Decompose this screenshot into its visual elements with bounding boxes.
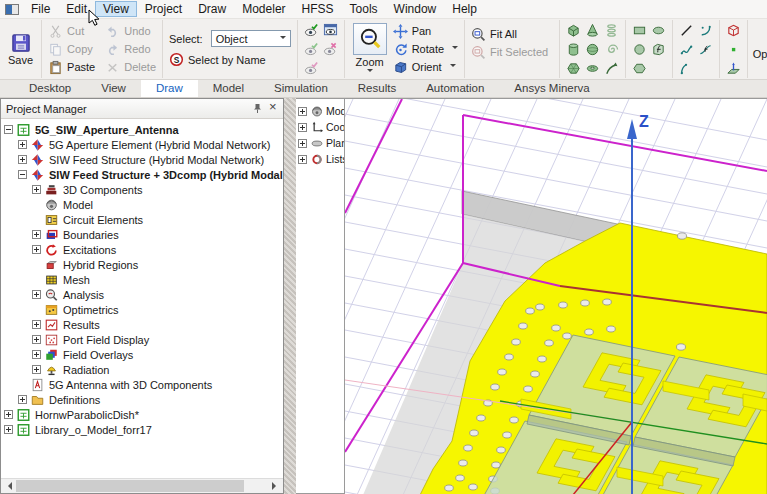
draw-3d-button[interactable] [603,40,621,58]
project-tree-item[interactable]: Circuit Elements [1,212,283,227]
3d-viewport[interactable]: Z [345,98,767,494]
project-tree-item[interactable]: Definitions [1,392,283,407]
draw-3d-button[interactable] [584,40,602,58]
scroll-left-arrow[interactable] [1,479,15,493]
ribbon-tab[interactable]: Automation [411,80,499,97]
misc-draw-button[interactable] [725,40,743,58]
tree-expander[interactable] [298,155,307,164]
draw-3d-button[interactable] [565,40,583,58]
project-tree-item[interactable]: Library_o_Model_forr17 [1,422,283,437]
ribbon-tab[interactable]: Draw [141,80,198,97]
menu-item[interactable]: HFSS [294,1,342,17]
project-tree-item[interactable]: Radiation [1,362,283,377]
project-tree-item[interactable]: 5G_SIW_Aperture_Antenna [1,122,283,137]
tree-expander[interactable] [298,123,307,132]
tree-expander[interactable] [4,425,13,434]
project-tree-item[interactable]: 5G Antenna with 3D Components [1,377,283,392]
project-tree-item[interactable]: Model [1,197,283,212]
pin-icon[interactable] [253,103,262,114]
draw-line-button[interactable] [697,21,715,39]
draw-2d-button[interactable] [650,40,668,58]
project-tree-item[interactable]: Excitations [1,242,283,257]
view-tool-button[interactable]: Orient [391,58,460,76]
tree-expander[interactable] [32,230,41,239]
draw-3d-button[interactable] [584,59,602,77]
project-tree-item[interactable]: 3D Components [1,182,283,197]
project-tree-item[interactable]: SIW Feed Structure (Hybrid Modal Network… [1,152,283,167]
tree-expander[interactable] [298,107,307,116]
modeler-tree-item[interactable]: Model [296,103,344,119]
close-icon[interactable] [269,104,278,113]
tree-expander[interactable] [32,350,41,359]
tree-expander[interactable] [18,170,27,179]
project-tree-item[interactable]: Boundaries [1,227,283,242]
tree-expander[interactable] [32,335,41,344]
project-tree-item[interactable]: Optimetrics [1,302,283,317]
view-tool-button[interactable]: Pan [391,22,460,40]
panel-splitter[interactable] [284,98,296,494]
tree-expander[interactable] [4,410,13,419]
tree-expander[interactable] [18,155,27,164]
ribbon-tab[interactable]: Desktop [14,80,86,97]
menu-item[interactable]: Draw [190,1,234,17]
horizontal-scrollbar[interactable] [1,478,283,493]
project-tree-item[interactable]: SIW Feed Structure + 3Dcomp (Hybrid Moda… [1,167,283,182]
misc-draw-button[interactable] [725,21,743,39]
misc-draw-button[interactable] [725,59,743,77]
visibility-button[interactable] [302,40,320,58]
fit-button[interactable]: Fit Selected [469,43,550,61]
tree-expander[interactable] [298,139,307,148]
project-tree-item[interactable]: Field Overlays [1,347,283,362]
tree-expander[interactable] [32,290,41,299]
operations-button[interactable]: Operations [749,32,767,67]
project-tree-item[interactable]: Hybrid Regions [1,257,283,272]
select-by-name-button[interactable]: S Select by Name [167,51,293,69]
ribbon-tab[interactable]: Model [198,80,259,97]
scroll-right-arrow[interactable] [269,479,283,493]
menu-item[interactable]: Modeler [234,1,293,17]
ribbon-tab[interactable]: View [86,80,141,97]
draw-2d-button[interactable] [650,21,668,39]
visibility-button[interactable] [321,21,339,39]
ribbon-tab[interactable]: Results [343,80,411,97]
draw-line-button[interactable] [678,59,696,77]
edit-button[interactable]: Copy [46,40,97,58]
select-mode-combo[interactable]: Object [211,30,291,47]
edit-button[interactable]: Delete [103,58,158,76]
edit-button[interactable]: Redo [103,40,158,58]
3d-scene[interactable]: Z [345,99,767,494]
tree-expander[interactable] [32,245,41,254]
draw-line-button[interactable] [678,21,696,39]
tree-expander[interactable] [32,365,41,374]
project-tree-item[interactable]: Results [1,317,283,332]
menu-item[interactable]: File [23,1,58,17]
menu-item[interactable]: Project [137,1,190,17]
ribbon-tab[interactable]: Ansys Minerva [499,80,604,97]
project-tree-item[interactable]: Port Field Display [1,332,283,347]
fit-button[interactable]: Fit All [469,25,550,43]
save-button[interactable]: Save [4,33,37,66]
project-tree-item[interactable]: Mesh [1,272,283,287]
tree-expander[interactable] [18,395,27,404]
menu-item[interactable]: Help [444,1,485,17]
draw-line-button[interactable] [678,40,696,58]
draw-line-button[interactable] [697,40,715,58]
visibility-button[interactable] [321,40,339,58]
project-tree-item[interactable]: Analysis [1,287,283,302]
menu-item[interactable]: Window [386,1,445,17]
tree-expander[interactable] [4,125,13,134]
draw-3d-button[interactable] [565,21,583,39]
menu-item[interactable]: View [95,1,137,17]
ribbon-tab[interactable]: Simulation [259,80,343,97]
draw-2d-button[interactable] [631,21,649,39]
menu-item[interactable]: Tools [342,1,386,17]
tree-expander[interactable] [18,140,27,149]
modeler-tree-item[interactable]: Planes [296,135,344,151]
view-tool-button[interactable]: Rotate [391,40,460,58]
project-tree-item[interactable]: 5G Aperture Element (Hybrid Modal Networ… [1,137,283,152]
edit-button[interactable]: Undo [103,22,158,40]
draw-3d-button[interactable] [584,21,602,39]
draw-2d-button[interactable] [631,40,649,58]
visibility-button[interactable] [302,21,320,39]
project-tree-item[interactable]: HornwParabolicDish* [1,407,283,422]
